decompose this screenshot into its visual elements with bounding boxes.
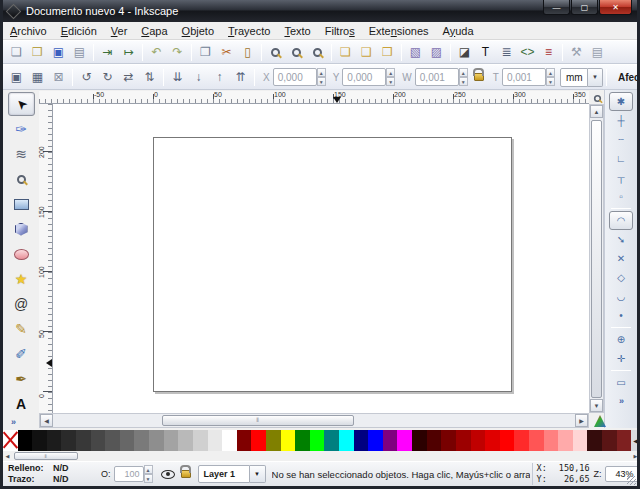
snap-to-paths-button[interactable]: ➘ <box>609 230 633 249</box>
undo-button[interactable]: ↶ <box>146 42 167 62</box>
snap-bbox-edges-button[interactable]: ┄ <box>609 130 633 149</box>
opacity-spinner[interactable]: ▲▼ <box>144 465 153 483</box>
print-document-button[interactable]: ▤ <box>69 42 90 62</box>
calligraphy-tool[interactable]: ✒ <box>8 367 35 391</box>
y-field-input[interactable]: 0,000 <box>342 68 386 86</box>
snap-bbox-edge-midpoints-button[interactable]: ┬ <box>609 168 633 187</box>
zoom-drawing-button[interactable] <box>286 42 307 62</box>
y-field-spinner[interactable]: ▲▼ <box>386 68 395 86</box>
palette-scrollbar[interactable]: ◀ ⦀ ▶ <box>3 452 640 460</box>
color-swatch[interactable] <box>587 430 602 451</box>
color-swatch[interactable] <box>76 430 91 451</box>
color-swatch[interactable] <box>485 430 500 451</box>
snap-nodes-paths-button[interactable]: ◠ <box>609 211 633 230</box>
menu-edicion[interactable]: Edición <box>54 23 104 39</box>
xml-editor-dialog-button[interactable]: <> <box>517 42 538 62</box>
layer-selector[interactable]: Layer 1 ▼ <box>198 465 266 483</box>
color-swatch[interactable] <box>32 430 47 451</box>
rotate-ccw-button[interactable]: ↺ <box>76 67 97 87</box>
vertical-scroll-thumb[interactable] <box>591 120 602 398</box>
horizontal-scroll-thumb[interactable]: ⦀ <box>162 415 354 426</box>
fill-stroke-dialog-button[interactable]: ◪ <box>454 42 475 62</box>
color-swatch[interactable] <box>500 430 515 451</box>
snap-bbox-centers-button[interactable]: ▫ <box>609 187 633 206</box>
color-swatch[interactable] <box>397 430 412 451</box>
selector-tool[interactable]: ➤ <box>8 92 35 116</box>
layer-visibility-eye-icon[interactable] <box>161 470 175 479</box>
box3d-tool[interactable] <box>8 217 35 241</box>
color-swatch[interactable] <box>456 430 471 451</box>
rectangle-tool[interactable] <box>8 192 35 216</box>
document-page[interactable] <box>153 137 512 392</box>
color-swatch[interactable] <box>208 430 223 451</box>
menu-capa[interactable]: Capa <box>134 23 174 39</box>
color-swatch[interactable] <box>427 430 442 451</box>
ellipse-tool[interactable] <box>8 242 35 266</box>
layers-dialog-button[interactable]: ≣ <box>496 42 517 62</box>
snap-bounding-box-button[interactable]: ┼ <box>609 111 633 130</box>
scroll-down-arrow[interactable]: ▼ <box>590 399 603 412</box>
snap-page-border-button[interactable]: ▭ <box>609 373 633 392</box>
new-document-button[interactable]: ❏ <box>6 42 27 62</box>
open-document-button[interactable]: ❒ <box>27 42 48 62</box>
preferences-button[interactable]: ⚒ <box>566 42 587 62</box>
color-swatch[interactable] <box>61 430 76 451</box>
menu-ver[interactable]: Ver <box>104 23 135 39</box>
tweak-tool[interactable]: ≋ <box>8 142 35 166</box>
color-swatch[interactable] <box>529 430 544 451</box>
vertical-scrollbar[interactable]: ▲ ▼ <box>589 104 604 413</box>
snap-path-intersections-button[interactable]: ✕ <box>609 249 633 268</box>
unit-dropdown-arrow[interactable]: ▼ <box>588 68 603 87</box>
deselect-button[interactable]: ⊠ <box>48 67 69 87</box>
snap-cusp-nodes-button[interactable]: ◇ <box>609 268 633 287</box>
x-field-input[interactable]: 0,000 <box>273 68 317 86</box>
zoom-page-button[interactable] <box>307 42 328 62</box>
lower-to-bottom-button[interactable]: ⇊ <box>167 67 188 87</box>
color-swatch[interactable] <box>134 430 149 451</box>
create-clone-button[interactable]: ❑ <box>356 42 377 62</box>
color-swatch[interactable] <box>47 430 62 451</box>
pencil-tool[interactable]: ✎ <box>8 317 35 341</box>
text-dialog-button[interactable]: T <box>475 42 496 62</box>
resize-grip[interactable] <box>627 476 636 485</box>
color-swatch[interactable] <box>120 430 135 451</box>
color-swatch[interactable] <box>178 430 193 451</box>
unlink-clone-button[interactable]: ❒ <box>377 42 398 62</box>
document-properties-button[interactable]: ▤ <box>587 42 608 62</box>
import-image-button[interactable]: ⇥ <box>97 42 118 62</box>
palette-scroll-thumb[interactable]: ⦀ <box>14 452 78 460</box>
close-button[interactable]: ✕ <box>599 0 632 15</box>
menu-trayecto[interactable]: Trayecto <box>221 23 277 39</box>
no-color-swatch[interactable] <box>3 430 18 451</box>
x-field-spinner[interactable]: ▲▼ <box>317 68 326 86</box>
snap-object-centers-button[interactable]: ⊕ <box>609 330 633 349</box>
color-swatch[interactable] <box>514 430 529 451</box>
export-image-button[interactable]: ↦ <box>118 42 139 62</box>
color-swatch[interactable] <box>18 430 33 451</box>
color-swatch[interactable] <box>281 430 296 451</box>
color-swatch[interactable] <box>412 430 427 451</box>
paste-button[interactable]: ▯ <box>237 42 258 62</box>
flip-vertical-button[interactable]: ⇅ <box>139 67 160 87</box>
select-all-layers-button[interactable]: ▦ <box>27 67 48 87</box>
color-swatch[interactable] <box>441 430 456 451</box>
layer-lock-icon[interactable] <box>181 470 191 478</box>
scroll-up-arrow[interactable]: ▲ <box>590 105 603 118</box>
group-objects-button[interactable]: ▧ <box>405 42 426 62</box>
flip-horizontal-button[interactable]: ⇄ <box>118 67 139 87</box>
redo-button[interactable]: ↷ <box>167 42 188 62</box>
align-dialog-button[interactable]: ≡ <box>538 42 559 62</box>
horizontal-ruler[interactable]: -50050100150200250300350 <box>39 91 589 104</box>
lower-step-button[interactable]: ↓ <box>188 67 209 87</box>
raise-step-button[interactable]: ↑ <box>209 67 230 87</box>
current-layer-value[interactable]: Layer 1 <box>198 465 250 483</box>
pen-tool[interactable]: ✐ <box>8 342 35 366</box>
color-swatch[interactable] <box>266 430 281 451</box>
menu-extensiones[interactable]: Extensiones <box>362 23 436 39</box>
palette-scroll-right-arrow[interactable]: ▶ <box>631 452 640 460</box>
layer-dropdown-arrow[interactable]: ▼ <box>250 465 266 483</box>
snap-smooth-nodes-button[interactable]: ◡ <box>609 287 633 306</box>
raise-to-top-button[interactable]: ⇈ <box>230 67 251 87</box>
snap-line-midpoints-button[interactable]: • <box>609 306 633 325</box>
maximize-button[interactable]: ▢ <box>571 0 598 15</box>
